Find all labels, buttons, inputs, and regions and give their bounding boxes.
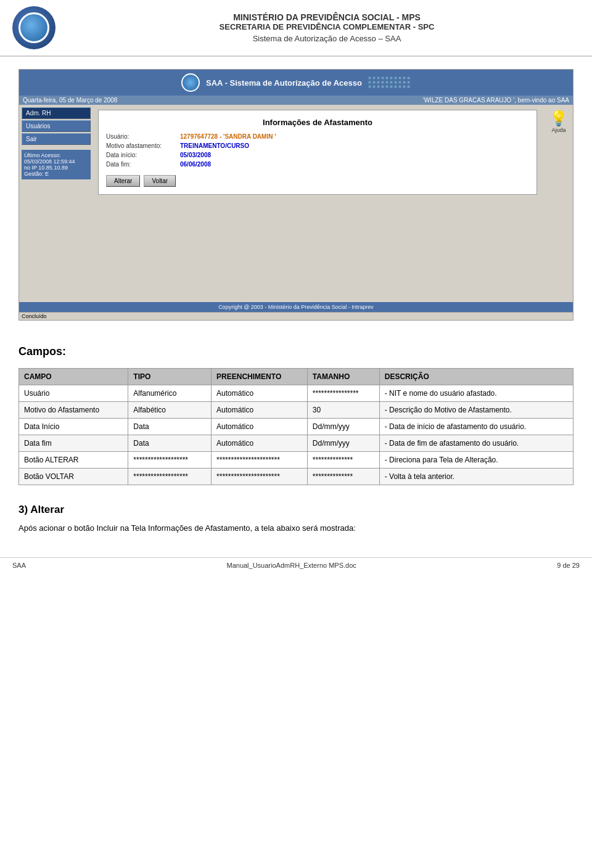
help-label: Ajuda bbox=[549, 127, 568, 133]
data-fim-label: Data fim: bbox=[106, 161, 180, 168]
help-icon-area[interactable]: 💡 Ajuda bbox=[549, 110, 568, 133]
content-title: Informações de Afastamento bbox=[106, 118, 529, 127]
action-buttons: Alterar Voltar bbox=[106, 175, 529, 187]
logo-area bbox=[12, 6, 74, 49]
data-fim-value: 06/06/2008 bbox=[180, 161, 211, 168]
usuario-label: Usuário: bbox=[106, 133, 180, 140]
alterar-button[interactable]: Alterar bbox=[106, 175, 140, 187]
lightbulb-icon: 💡 bbox=[549, 110, 568, 127]
top-bar-date: Quarta-feira, 05 de Março de 2008 bbox=[23, 97, 117, 104]
saa-main: Informações de Afastamento Usuário: 1279… bbox=[93, 105, 573, 302]
alterar-text: Após acionar o botão Incluir na Tela Inf… bbox=[18, 523, 574, 533]
cell-campo: Botão VOLTAR bbox=[19, 469, 128, 485]
gestao-value: Gestão: E bbox=[24, 171, 88, 177]
cell-preenchimento: ********************** bbox=[212, 452, 308, 469]
last-access-block: Último Acesso: 05/03/2008 12:59:44 no IP… bbox=[22, 150, 91, 179]
motivo-label: Motivo afastamento: bbox=[106, 142, 180, 149]
campos-section: Campos: CAMPO TIPO PREENCHIMENTO TAMANHO… bbox=[0, 333, 592, 497]
th-campo: CAMPO bbox=[19, 369, 128, 385]
cell-descricao: - Descrição do Motivo de Afastamento. bbox=[379, 402, 573, 419]
field-usuario: Usuário: 12797647728 - 'SANDRA DAMIN ' bbox=[106, 133, 529, 140]
menu-adm-rh[interactable]: Adm. RH bbox=[22, 107, 91, 119]
page-footer: SAA Manual_UsuarioAdmRH_Externo MPS.doc … bbox=[0, 557, 592, 573]
page-header: MINISTÉRIO DA PREVIDÊNCIA SOCIAL - MPS S… bbox=[0, 0, 592, 57]
header-title2: SECRETARIA DE PREVIDÊNCIA COMPLEMENTAR -… bbox=[74, 22, 580, 31]
cell-descricao: - NIT e nome do usuário afastado. bbox=[379, 385, 573, 402]
data-inicio-value: 05/03/2008 bbox=[180, 152, 211, 158]
th-preenchimento: PREENCHIMENTO bbox=[212, 369, 308, 385]
table-row: Data fimDataAutomáticoDd/mm/yyy- Data de… bbox=[19, 435, 574, 452]
field-data-fim: Data fim: 06/06/2008 bbox=[106, 161, 529, 168]
menu-usuarios[interactable]: Usuários bbox=[22, 120, 91, 132]
saa-body: Adm. RH Usuários Sair Último Acesso: 05/… bbox=[19, 105, 573, 302]
saa-status-bar: Concluído bbox=[19, 312, 573, 320]
cell-tipo: Data bbox=[128, 435, 212, 452]
field-data-inicio: Data início: 05/03/2008 bbox=[106, 152, 529, 158]
logo-inner bbox=[18, 12, 49, 43]
footer-left: SAA bbox=[12, 562, 26, 569]
screenshot-container: SAA - Sistema de Autorização de Acesso Q… bbox=[18, 69, 574, 321]
saa-footer: Copyright @ 2003 - Ministério da Previdê… bbox=[19, 302, 573, 312]
cell-tipo: ******************* bbox=[128, 452, 212, 469]
saa-content-area: Informações de Afastamento Usuário: 1279… bbox=[98, 110, 537, 195]
table-row: Data InícioDataAutomáticoDd/mm/yyy- Data… bbox=[19, 419, 574, 435]
table-header-row: CAMPO TIPO PREENCHIMENTO TAMANHO DESCRIÇ… bbox=[19, 369, 574, 385]
cell-tipo: Data bbox=[128, 419, 212, 435]
table-row: Motivo do AfastamentoAlfabéticoAutomátic… bbox=[19, 402, 574, 419]
cell-descricao: - Volta à tela anterior. bbox=[379, 469, 573, 485]
cell-preenchimento: Automático bbox=[212, 435, 308, 452]
cell-campo: Botão ALTERAR bbox=[19, 452, 128, 469]
alterar-section: 3) Alterar Após acionar o botão Incluir … bbox=[0, 497, 592, 545]
cell-preenchimento: ********************** bbox=[212, 469, 308, 485]
cell-tamanho: Dd/mm/yyy bbox=[307, 419, 379, 435]
table-row: UsuárioAlfanuméricoAutomático***********… bbox=[19, 385, 574, 402]
footer-center: Manual_UsuarioAdmRH_Externo MPS.doc bbox=[226, 562, 356, 569]
header-title1: MINISTÉRIO DA PREVIDÊNCIA SOCIAL - MPS bbox=[74, 12, 580, 22]
cell-tamanho: Dd/mm/yyy bbox=[307, 435, 379, 452]
voltar-button[interactable]: Voltar bbox=[144, 175, 176, 187]
cell-tamanho: ************** bbox=[307, 452, 379, 469]
cell-preenchimento: Automático bbox=[212, 385, 308, 402]
cell-tipo: Alfanumérico bbox=[128, 385, 212, 402]
data-inicio-label: Data início: bbox=[106, 152, 180, 158]
saa-header-bar: SAA - Sistema de Autorização de Acesso bbox=[19, 70, 573, 96]
table-row: Botão VOLTAR****************************… bbox=[19, 469, 574, 485]
cell-descricao: - Data de início de afastamento do usuár… bbox=[379, 419, 573, 435]
table-row: Botão ALTERAR***************************… bbox=[19, 452, 574, 469]
last-access-value: 05/03/2008 12:59:44 bbox=[24, 158, 88, 165]
cell-descricao: - Direciona para Tela de Alteração. bbox=[379, 452, 573, 469]
header-text: MINISTÉRIO DA PREVIDÊNCIA SOCIAL - MPS S… bbox=[74, 12, 580, 43]
menu-sair[interactable]: Sair bbox=[22, 133, 91, 145]
top-bar-user: 'WILZE DAS GRACAS ARAUJO ', bem-vindo ao… bbox=[423, 97, 569, 104]
cell-tipo: Alfabético bbox=[128, 402, 212, 419]
cell-tamanho: ************** bbox=[307, 469, 379, 485]
th-tipo: TIPO bbox=[128, 369, 212, 385]
cell-preenchimento: Automático bbox=[212, 419, 308, 435]
usuario-value: 12797647728 - 'SANDRA DAMIN ' bbox=[180, 133, 276, 140]
campos-heading: Campos: bbox=[18, 345, 574, 358]
saa-logo bbox=[181, 73, 200, 92]
cell-campo: Data Início bbox=[19, 419, 128, 435]
campos-table: CAMPO TIPO PREENCHIMENTO TAMANHO DESCRIÇ… bbox=[18, 368, 574, 485]
footer-copyright: Copyright @ 2003 - Ministério da Previdê… bbox=[218, 304, 374, 310]
dots-decoration bbox=[368, 76, 411, 89]
cell-preenchimento: Automático bbox=[212, 402, 308, 419]
th-tamanho: TAMANHO bbox=[307, 369, 379, 385]
th-descricao: DESCRIÇÃO bbox=[379, 369, 573, 385]
motivo-value: TREINAMENTO/CURSO bbox=[180, 142, 249, 149]
cell-descricao: - Data de fim de afastamento do usuário. bbox=[379, 435, 573, 452]
footer-right: 9 de 29 bbox=[557, 562, 580, 569]
last-access-label: Último Acesso: bbox=[24, 152, 88, 158]
cell-campo: Data fim bbox=[19, 435, 128, 452]
alterar-heading: 3) Alterar bbox=[18, 504, 574, 516]
header-subtitle: Sistema de Autorização de Acesso – SAA bbox=[74, 34, 580, 43]
status-bar-left: Concluído bbox=[22, 313, 47, 319]
cell-tamanho: **************** bbox=[307, 385, 379, 402]
saa-top-bar: Quarta-feira, 05 de Março de 2008 'WILZE… bbox=[19, 96, 573, 105]
field-motivo: Motivo afastamento: TREINAMENTO/CURSO bbox=[106, 142, 529, 149]
cell-tipo: ******************* bbox=[128, 469, 212, 485]
saa-title: SAA - Sistema de Autorização de Acesso bbox=[206, 78, 362, 88]
cell-tamanho: 30 bbox=[307, 402, 379, 419]
logo-circle bbox=[12, 6, 56, 49]
last-access-ip: no IP 10.85.10.89 bbox=[24, 165, 88, 171]
